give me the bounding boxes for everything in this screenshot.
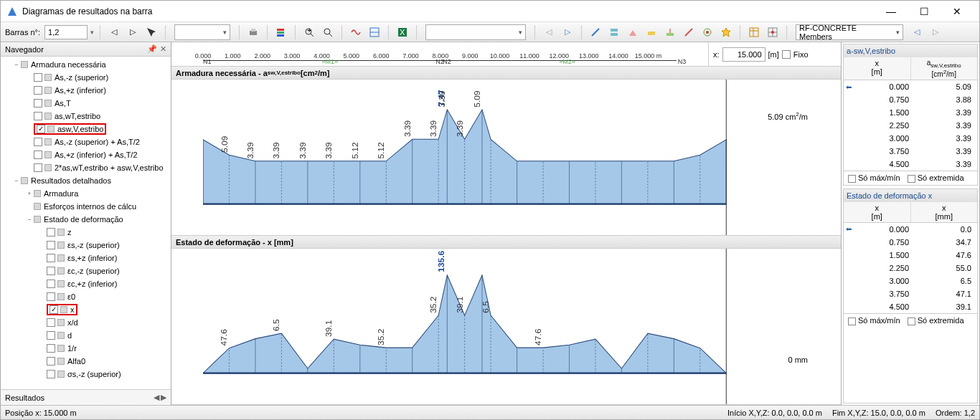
- x-input[interactable]: [722, 47, 765, 62]
- print-icon[interactable]: [245, 24, 261, 40]
- table-row[interactable]: 3.75047.1: [844, 287, 977, 300]
- next-arrow-icon[interactable]: ▷: [125, 24, 141, 40]
- table-row[interactable]: 3.0006.5: [844, 275, 977, 287]
- table-row[interactable]: ⬅0.0005.09: [844, 80, 977, 93]
- tree-node[interactable]: εc,+z (inferior): [1, 277, 171, 290]
- opt-3-icon[interactable]: [625, 24, 641, 40]
- somaxmin-checkbox-1[interactable]: [848, 175, 856, 183]
- opt-7-icon[interactable]: [699, 24, 715, 40]
- tree-node[interactable]: Alfa0: [1, 355, 171, 368]
- soextremida-checkbox-2[interactable]: [908, 318, 915, 325]
- table-icon[interactable]: [746, 24, 762, 40]
- layers-icon[interactable]: [273, 24, 289, 40]
- tree-node[interactable]: Esforços internos de cálcu: [1, 200, 171, 213]
- soextremida-checkbox-1[interactable]: [908, 175, 915, 183]
- tree-node[interactable]: z: [1, 226, 171, 239]
- module-next-icon[interactable]: ▷: [928, 24, 943, 40]
- svg-text:3.39: 3.39: [325, 142, 333, 158]
- table-row[interactable]: 3.0003.39: [844, 132, 977, 145]
- table-row[interactable]: 2.25055.0: [844, 262, 977, 275]
- svg-text:+: +: [307, 27, 311, 34]
- table-row[interactable]: 0.7503.88: [844, 93, 977, 106]
- opt-4-icon[interactable]: [644, 24, 659, 40]
- toggle-1-icon[interactable]: [348, 24, 364, 40]
- tree-node[interactable]: ε0: [1, 290, 171, 303]
- pin-icon[interactable]: 📌: [147, 44, 157, 54]
- tree-node[interactable]: as,wT,estribo: [1, 110, 171, 123]
- table-deform: Estado de deformação x x[m] x[mm] ⬅0.000…: [843, 188, 978, 404]
- diagram-top: Armadura necessária - asw,V,estribo [cm2…: [171, 67, 841, 236]
- module-select[interactable]: RF-CONCRETE Members: [796, 24, 903, 40]
- table-row[interactable]: 2.2503.39: [844, 119, 977, 132]
- empty-select-2[interactable]: [425, 24, 526, 40]
- table-asw-body[interactable]: ⬅0.0005.090.7503.881.5003.392.2503.393.0…: [844, 80, 977, 171]
- scroll-left-icon[interactable]: ◀: [154, 393, 159, 402]
- grid-icon[interactable]: [765, 24, 781, 40]
- tree-node[interactable]: As,T: [1, 97, 171, 110]
- nav-last-icon[interactable]: ▷: [560, 24, 575, 40]
- scroll-right-icon[interactable]: ▶: [161, 393, 166, 402]
- tree-node[interactable]: −Estado de deformação: [1, 213, 171, 226]
- svg-text:5.12: 5.12: [377, 142, 385, 158]
- close-panel-icon[interactable]: ✕: [160, 44, 166, 54]
- nav-first-icon[interactable]: ◁: [541, 24, 557, 40]
- table-row[interactable]: 1.5003.39: [844, 106, 977, 119]
- ruler[interactable]: 0.0001.0002.0003.0004.0005.0006.0007.000…: [203, 42, 708, 66]
- svg-text:39.1: 39.1: [456, 297, 463, 313]
- barras-input[interactable]: [44, 25, 88, 39]
- opt-8-icon[interactable]: [718, 24, 734, 40]
- opt-1-icon[interactable]: [588, 24, 603, 40]
- diagram-top-right-label: 5.09 cm2/m: [768, 111, 808, 121]
- svg-text:6.5: 6.5: [273, 319, 281, 331]
- table-row[interactable]: ⬅0.0000.0: [844, 223, 977, 236]
- maximize-button[interactable]: ☐: [908, 1, 941, 22]
- table-row[interactable]: 3.7503.39: [844, 145, 977, 158]
- excel-icon[interactable]: X: [395, 24, 410, 40]
- svg-text:5.09: 5.09: [473, 90, 481, 107]
- svg-line-15: [592, 29, 599, 36]
- tree-node[interactable]: d: [1, 329, 171, 342]
- opt-6-icon[interactable]: [681, 24, 697, 40]
- svg-text:5.12: 5.12: [351, 142, 359, 158]
- zoom-in-icon[interactable]: +: [301, 24, 317, 40]
- opt-5-icon[interactable]: [662, 24, 678, 40]
- tree-node[interactable]: +Armadura: [1, 187, 171, 200]
- empty-select-1[interactable]: [174, 24, 230, 40]
- fixo-checkbox[interactable]: [782, 50, 791, 59]
- somaxmin-checkbox-2[interactable]: [848, 318, 856, 325]
- tree-node[interactable]: As,-z (superior): [1, 71, 171, 84]
- table-deform-body[interactable]: ⬅0.0000.00.75034.71.50047.62.25055.03.00…: [844, 223, 977, 313]
- prev-arrow-icon[interactable]: ◁: [106, 24, 122, 40]
- tree-node[interactable]: x/d: [1, 316, 171, 329]
- tree-node[interactable]: 1/r: [1, 342, 171, 355]
- tree-node[interactable]: −Armadura necessária: [1, 58, 171, 71]
- module-prev-icon[interactable]: ◁: [909, 24, 925, 40]
- tree-node[interactable]: As,+z (inferior): [1, 84, 171, 97]
- minimize-button[interactable]: —: [875, 1, 908, 22]
- close-button[interactable]: ✕: [941, 1, 974, 22]
- tree-node[interactable]: −Resultados detalhados: [1, 174, 171, 187]
- tree-node[interactable]: As,+z (inferior) + As,T/2: [1, 148, 171, 161]
- tree-node[interactable]: As,-z (superior) + As,T/2: [1, 135, 171, 148]
- toolbar: Barras n°: ▾ ◁ ▷ + X ◁ ▷ RF-CONCRETE Mem…: [1, 22, 979, 42]
- tree-node[interactable]: σs,-z (superior): [1, 368, 171, 381]
- select-icon[interactable]: [143, 24, 159, 40]
- table-row[interactable]: 0.75034.7: [844, 236, 977, 249]
- tree-node[interactable]: x: [1, 303, 171, 316]
- opt-2-icon[interactable]: [606, 24, 622, 40]
- tree-node[interactable]: 2*as,wT,estribo + asw,V,estribo: [1, 161, 171, 174]
- svg-text:3.39: 3.39: [403, 120, 411, 137]
- tree-node[interactable]: εc,-z (superior): [1, 264, 171, 277]
- tree-node[interactable]: εs,-z (superior): [1, 239, 171, 252]
- table-row[interactable]: 1.50047.6: [844, 249, 977, 262]
- navigator-tree[interactable]: −Armadura necessáriaAs,-z (superior)As,+…: [1, 57, 171, 389]
- tree-node[interactable]: asw,V,estribo: [1, 123, 171, 135]
- tree-node[interactable]: εs,+z (inferior): [1, 252, 171, 264]
- toggle-2-icon[interactable]: [367, 24, 382, 40]
- zoom-out-icon[interactable]: [320, 24, 336, 40]
- table-row[interactable]: 4.50039.1: [844, 300, 977, 313]
- svg-text:3.39: 3.39: [430, 120, 438, 137]
- table-row[interactable]: 4.5003.39: [844, 158, 977, 171]
- svg-text:35.2: 35.2: [377, 329, 385, 345]
- svg-rect-2: [251, 29, 255, 32]
